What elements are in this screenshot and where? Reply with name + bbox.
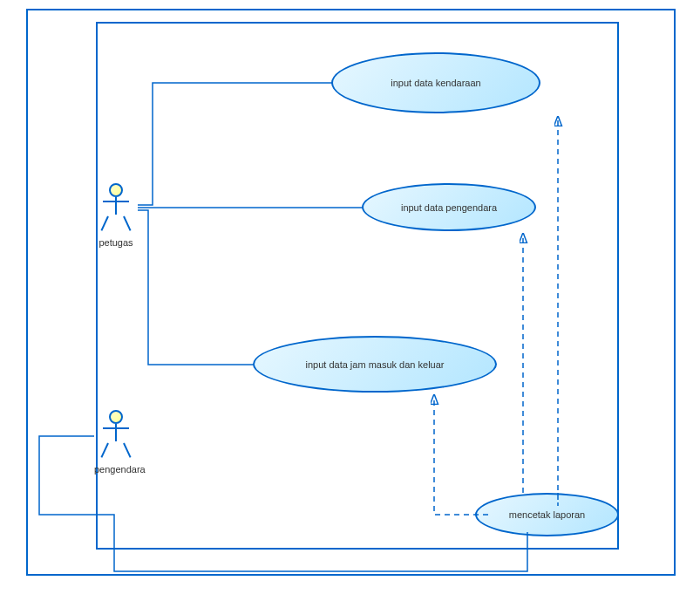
stick-figure-icon [94,410,138,462]
actor-pengendara: pengendara [94,410,138,475]
usecase-input-data-kendaraan: input data kendaraan [331,52,540,113]
stick-figure-icon [94,183,138,236]
usecase-label: input data pengendara [401,202,497,213]
actor-label: petugas [94,237,138,248]
usecase-label: input data kendaraan [391,78,480,88]
usecase-label: mencetak laporan [509,509,585,520]
usecase-input-data-pengendara: input data pengendara [362,183,536,231]
usecase-mencetak-laporan: mencetak laporan [475,493,619,536]
usecase-label: input data jam masuk dan keluar [306,359,445,370]
usecase-input-data-jam: input data jam masuk dan keluar [253,336,497,393]
actor-petugas: petugas [94,183,138,248]
actor-label: pengendara [94,464,138,475]
